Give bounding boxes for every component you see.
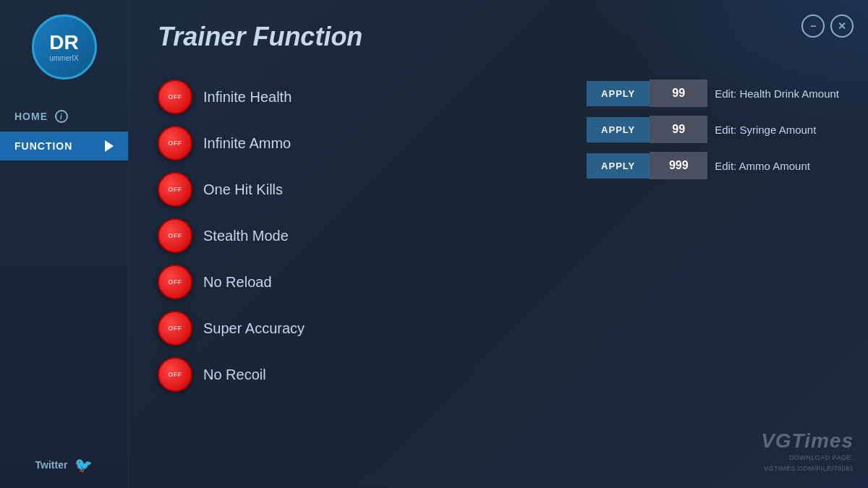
function-name-infinite-ammo: Infinite Ammo xyxy=(203,135,348,152)
table-row: OFF No Recoil xyxy=(158,351,839,398)
toggle-infinite-health[interactable]: OFF xyxy=(158,80,192,114)
ammo-input[interactable] xyxy=(650,152,707,179)
function-name-infinite-health: Infinite Health xyxy=(203,89,348,106)
vgtimes-url-line2: VGTIMES.COM/FILE/78081 xyxy=(761,463,854,474)
sidebar-function-label: FUNCTION xyxy=(14,140,72,152)
sidebar-item-function[interactable]: FUNCTION xyxy=(0,132,128,160)
edit-label-health-drink: Edit: Health Drink Amount xyxy=(715,87,839,100)
edit-row-syringe: APPLY Edit: Syringe Amount xyxy=(587,116,839,143)
table-row: OFF Stealth Mode xyxy=(158,213,839,259)
close-button[interactable]: ✕ xyxy=(830,14,854,38)
function-name-no-reload: No Reload xyxy=(203,274,348,291)
vgtimes-watermark: VGTimes DOWNLOAD PAGE: VGTIMES.COM/FILE/… xyxy=(761,429,854,474)
sidebar-home-label: HOME xyxy=(14,111,48,122)
page-title: Trainer Function xyxy=(158,22,839,52)
toggle-super-accuracy[interactable]: OFF xyxy=(158,311,192,346)
avatar-initials: DR xyxy=(49,33,78,53)
sidebar: DR ummerIX HOME i FUNCTION Twitter 🐦 xyxy=(0,0,129,488)
toggle-infinite-ammo[interactable]: OFF xyxy=(158,126,192,160)
sidebar-item-home[interactable]: HOME i xyxy=(0,101,128,132)
play-icon xyxy=(105,140,114,152)
avatar: DR ummerIX xyxy=(32,14,97,80)
edit-row-ammo: APPLY Edit: Ammo Amount xyxy=(587,152,839,179)
twitter-section[interactable]: Twitter 🐦 xyxy=(35,456,93,474)
main-content: Trainer Function OFF Infinite Health OFF… xyxy=(129,0,868,488)
edit-label-syringe: Edit: Syringe Amount xyxy=(715,124,816,136)
twitter-label: Twitter xyxy=(35,459,68,471)
edit-label-ammo: Edit: Ammo Amount xyxy=(715,160,810,172)
table-row: OFF Super Accuracy xyxy=(158,305,839,351)
table-row: OFF No Reload xyxy=(158,259,839,305)
function-name-one-hit-kills: One Hit Kills xyxy=(203,181,348,198)
edit-row-health-drink: APPLY Edit: Health Drink Amount xyxy=(587,80,839,107)
window-controls: − ✕ xyxy=(801,14,854,38)
vgtimes-logo: VGTimes xyxy=(761,429,854,453)
apply-health-drink-button[interactable]: APPLY xyxy=(587,81,650,106)
toggle-stealth-mode[interactable]: OFF xyxy=(158,218,192,253)
sidebar-nav: HOME i FUNCTION xyxy=(0,101,128,160)
vgtimes-url-line1: DOWNLOAD PAGE: xyxy=(761,453,854,463)
toggle-no-reload[interactable]: OFF xyxy=(158,265,192,299)
function-name-super-accuracy: Super Accuracy xyxy=(203,320,348,337)
syringe-input[interactable] xyxy=(650,116,707,143)
info-icon[interactable]: i xyxy=(55,110,68,123)
edit-controls: APPLY Edit: Health Drink Amount APPLY Ed… xyxy=(587,80,839,179)
toggle-no-recoil[interactable]: OFF xyxy=(158,357,192,392)
twitter-icon: 🐦 xyxy=(75,456,93,474)
minimize-button[interactable]: − xyxy=(801,14,825,38)
toggle-one-hit-kills[interactable]: OFF xyxy=(158,172,192,207)
avatar-subtitle: ummerIX xyxy=(49,54,79,62)
apply-syringe-button[interactable]: APPLY xyxy=(587,117,650,142)
app-container: DR ummerIX HOME i FUNCTION Twitter 🐦 Tra… xyxy=(0,0,868,488)
function-name-stealth-mode: Stealth Mode xyxy=(203,228,348,244)
health-drink-input[interactable] xyxy=(650,80,707,107)
apply-ammo-button[interactable]: APPLY xyxy=(587,153,650,179)
function-name-no-recoil: No Recoil xyxy=(203,367,348,383)
